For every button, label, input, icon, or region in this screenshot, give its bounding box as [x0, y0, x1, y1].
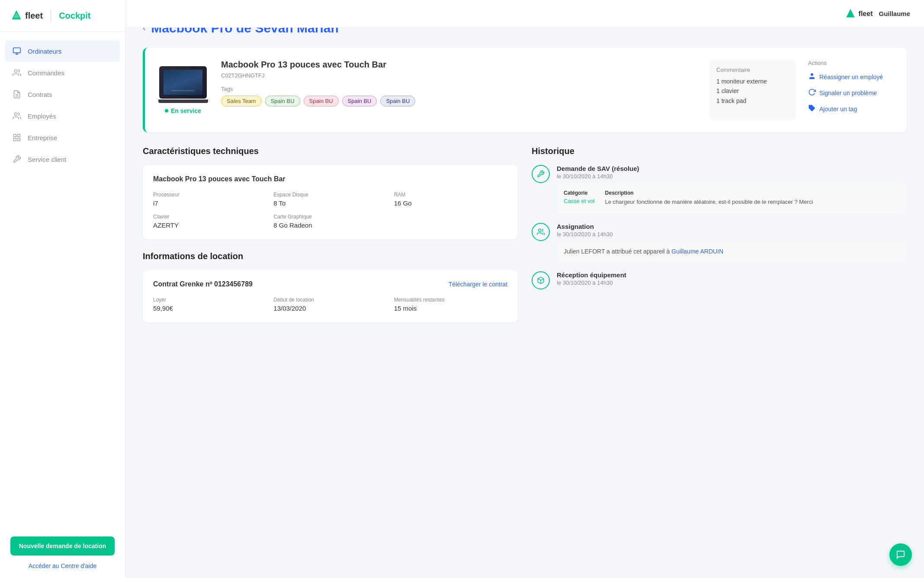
svg-marker-11 — [846, 9, 855, 17]
sidebar-item-employes[interactable]: Employés — [0, 105, 125, 127]
device-actions: Actions Réassigner un employé Signaler u… — [808, 60, 895, 120]
reception-date: le 30/10/2020 à 14h30 — [557, 279, 907, 286]
tag-sales-team[interactable]: Sales Team — [221, 96, 262, 106]
sav-date: le 30/10/2020 à 14h30 — [557, 173, 907, 180]
sav-detail-row: Catégorie Casse et vol Description Le ch… — [564, 190, 900, 206]
chat-icon — [896, 550, 905, 559]
main-nav: Ordinateurs Commandes Co — [0, 32, 125, 528]
header: fleet Guillaume — [125, 0, 924, 28]
contract-name: Contrat Grenke nº 0123456789 — [153, 280, 253, 288]
refresh-icon — [808, 88, 816, 97]
tech-specs-title: Caractéristiques techniques — [143, 146, 518, 156]
svg-point-6 — [14, 113, 17, 116]
rental-header: Contrat Grenke nº 0123456789 Télécharger… — [153, 280, 507, 288]
assignation-title: Assignation — [557, 223, 907, 230]
add-tag-action[interactable]: Ajouter un tag — [808, 104, 895, 113]
svg-point-3 — [14, 70, 17, 73]
device-card: En service Macbook Pro 13 pouces avec To… — [143, 48, 907, 132]
spec-processeur: Processeur i7 — [153, 192, 266, 207]
rental-debut: Début de location 13/03/2020 — [273, 297, 387, 312]
spec-graphique: Carte Graphique 8 Go Radeon — [273, 214, 387, 229]
fleet-logo: fleet — [10, 10, 43, 22]
rental-loyer: Loyer 59,90€ — [153, 297, 266, 312]
svg-rect-9 — [18, 138, 20, 141]
device-comment: Commentaire 1 moniteur externe 1 clavier… — [709, 60, 796, 120]
help-center-link[interactable]: Accéder au Centre d'aide — [10, 562, 115, 569]
device-image-area: En service — [157, 60, 209, 120]
assignation-text: Julien LEFORT a attribué cet appareil à … — [564, 248, 900, 255]
specs-card-title: Macbook Pro 13 pouces avec Touch Bar — [153, 175, 507, 183]
laptop-base — [158, 100, 208, 103]
user-icon — [808, 72, 816, 81]
sidebar-item-ordinateurs[interactable]: Ordinateurs — [5, 40, 120, 62]
reception-content: Réception équipement le 30/10/2020 à 14h… — [557, 271, 907, 290]
svg-rect-10 — [14, 138, 16, 141]
assignation-detail: Julien LEFORT a attribué cet appareil à … — [557, 242, 907, 261]
sidebar-item-service-client[interactable]: Service client — [0, 148, 125, 170]
reassign-action[interactable]: Réassigner un employé — [808, 72, 895, 81]
svg-rect-8 — [18, 135, 20, 137]
logo-area: fleet Cockpit — [0, 0, 125, 32]
device-info: Macbook Pro 13 pouces avec Touch Bar C02… — [221, 60, 697, 120]
sav-category: Catégorie Casse et vol — [564, 190, 595, 206]
specs-grid: Processeur i7 Espace Disque 8 To RAM 16 … — [153, 192, 507, 229]
cockpit-label: Cockpit — [59, 11, 90, 21]
logo-separator — [51, 10, 51, 22]
sav-content: Demande de SAV (résolue) le 30/10/2020 à… — [557, 165, 907, 212]
sidebar-item-entreprise[interactable]: Entreprise — [0, 127, 125, 148]
fleet-logo-text: fleet — [25, 11, 43, 21]
device-name: Macbook Pro 13 pouces avec Touch Bar — [221, 60, 697, 70]
device-serial: C02T2GHNGTFJ — [221, 72, 697, 79]
assignation-content: Assignation le 30/10/2020 à 14h30 Julien… — [557, 223, 907, 261]
download-contract-link[interactable]: Télécharger le contrat — [449, 281, 507, 288]
comment-text: 1 moniteur externe 1 clavier 1 track pad — [716, 77, 789, 106]
laptop-screen — [164, 70, 202, 95]
right-column: Historique Demande de SAV (résolue) le 3… — [532, 146, 907, 322]
sidebar-item-contrats[interactable]: Contrats — [0, 83, 125, 105]
tags-label: Tags — [221, 86, 697, 92]
history-item-reception: Réception équipement le 30/10/2020 à 14h… — [532, 271, 907, 290]
svg-point-12 — [811, 73, 813, 76]
employees-icon — [12, 111, 22, 121]
sidebar-item-commandes[interactable]: Commandes — [0, 62, 125, 83]
fleet-logo-icon — [10, 10, 22, 22]
chat-button[interactable] — [889, 543, 912, 566]
main-content: ‹ Macbook Pro de Sevan Marian — [125, 0, 924, 578]
actions-title: Actions — [808, 60, 895, 66]
spec-disque: Espace Disque 8 To — [273, 192, 387, 207]
tag-spain-bu-1[interactable]: Spain BU — [265, 96, 300, 106]
new-rental-button[interactable]: Nouvelle demande de location — [10, 536, 115, 556]
reception-icon — [532, 271, 550, 289]
spec-ram: RAM 16 Go — [394, 192, 507, 207]
tag-spain-bu-4[interactable]: Spain BU — [380, 96, 415, 106]
rental-grid: Loyer 59,90€ Début de location 13/03/202… — [153, 297, 507, 312]
history-title: Historique — [532, 146, 907, 156]
monitor-icon — [12, 46, 22, 56]
laptop-image — [159, 66, 207, 99]
svg-rect-7 — [14, 135, 16, 137]
sav-detail: Catégorie Casse et vol Description Le ch… — [557, 184, 907, 212]
assignation-date: le 30/10/2020 à 14h30 — [557, 231, 907, 238]
svg-rect-2 — [13, 48, 21, 53]
comment-title: Commentaire — [716, 67, 789, 73]
sav-icon — [532, 165, 550, 183]
tag-spain-bu-3[interactable]: Spain BU — [342, 96, 377, 106]
header-username: Guillaume — [879, 10, 910, 17]
header-fleet-logo: fleet — [845, 8, 873, 19]
assignation-link[interactable]: Guillaume ARDUIN — [671, 248, 723, 255]
report-action[interactable]: Signaler un problème — [808, 88, 895, 97]
rental-info-title: Informations de location — [143, 251, 518, 261]
tags-list: Sales Team Spain BU Spain BU Spain BU Sp… — [221, 96, 697, 106]
left-column: Caractéristiques techniques Macbook Pro … — [143, 146, 518, 322]
svg-point-14 — [539, 229, 541, 231]
sav-description: Description Le chargeur fonctionne de ma… — [605, 190, 900, 206]
header-fleet-icon — [845, 8, 856, 19]
support-icon — [12, 154, 22, 164]
status-dot — [165, 109, 168, 112]
specs-card: Macbook Pro 13 pouces avec Touch Bar Pro… — [143, 165, 518, 239]
device-status: En service — [165, 107, 201, 114]
rental-card: Contrat Grenke nº 0123456789 Télécharger… — [143, 270, 518, 322]
tag-spain-bu-2[interactable]: Spain BU — [304, 96, 339, 106]
tag-icon — [808, 104, 816, 113]
orders-icon — [12, 68, 22, 77]
